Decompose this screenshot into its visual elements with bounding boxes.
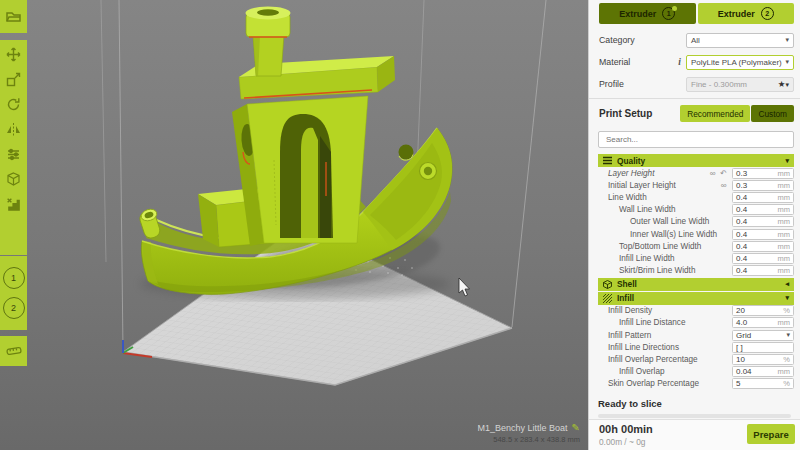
material-dropdown[interactable]: PolyLite PLA (Polymaker)▾ [686,55,794,70]
chevron-down-icon: ▾ [785,36,789,44]
edit-name-icon[interactable]: ✎ [572,422,580,433]
setting-row[interactable]: Infill Overlap 0.04mm [598,366,794,378]
material-usage: 0.00m / ~ 0g [599,437,645,447]
print-setup-title: Print Setup [599,108,680,119]
support-blocker-icon[interactable] [4,195,23,214]
section-header-quality[interactable]: Quality ▾ [598,154,794,167]
status-text: Ready to slice [598,398,791,409]
link-icon[interactable]: ∞ [718,181,729,190]
tab-extruder-1[interactable]: Extruder 1 [599,3,696,24]
prepare-button[interactable]: Prepare [747,424,795,444]
setting-value-box[interactable]: 0.4mm [732,216,794,227]
hamburger-icon [603,156,612,165]
setting-row[interactable]: Line Width 0.4mm [598,191,794,203]
chevron-down-icon: ▾ [785,294,789,302]
setting-value-box[interactable]: 0.4mm [732,241,794,252]
mesh-type-icon[interactable] [4,170,23,189]
star-icon: ★▾ [778,79,789,89]
per-model-settings-icon[interactable] [4,145,23,164]
profile-row: Profile Fine - 0.300mm ★▾ [599,73,794,95]
setting-value-box[interactable]: 0.4mm [732,229,794,240]
rotate-tool-icon[interactable] [4,95,23,114]
shell-icon [603,280,612,289]
scale-tool-icon[interactable] [4,70,23,89]
setting-row[interactable]: Infill Pattern Grid▾ [598,329,794,341]
print-time: 00h 00min [599,423,653,435]
measure-tool-icon[interactable] [4,342,23,361]
custom-button[interactable]: Custom [751,105,794,122]
viewport-3d[interactable]: 1 2 M1_Benchy Little Boat✎ 548.5 x 283.4… [0,0,588,450]
print-setup-mode-switch: Recommended Custom [680,105,794,122]
move-tool-icon[interactable] [4,45,23,64]
infill-icon [603,294,612,303]
profile-dropdown[interactable]: Fine - 0.300mm ★▾ [686,77,794,92]
app-window: 1 2 M1_Benchy Little Boat✎ 548.5 x 283.4… [0,0,800,450]
tab-extruder-2[interactable]: Extruder 2 [698,3,795,24]
setting-row[interactable]: Infill Line Distance 4.0mm [598,317,794,329]
setting-row[interactable]: Top/Bottom Line Width 0.4mm [598,240,794,252]
progress-bar [598,414,791,418]
link-icon[interactable]: ∞ [707,169,718,178]
search-input[interactable] [604,134,788,145]
category-row: Category All▾ [599,29,794,51]
material-color-dot [672,6,677,11]
setting-value-box[interactable]: 10% [732,354,794,365]
model-dimensions: 548.5 x 283.4 x 438.8 mm [478,435,580,444]
setting-value-box[interactable]: 0.04mm [732,366,794,377]
setting-row[interactable]: Wall Line Width 0.4mm [598,204,794,216]
material-row: Material i PolyLite PLA (Polymaker)▾ [599,51,794,73]
setting-value-box[interactable]: 0.4mm [732,253,794,264]
setting-value-box[interactable]: 0.3mm [732,168,794,179]
setting-row[interactable]: Infill Density 20% [598,305,794,317]
setting-row[interactable]: Skin Overlap Percentage 5% [598,378,794,390]
setting-row[interactable]: Infill Overlap Percentage 10% [598,353,794,365]
setting-value-box[interactable]: [ ] [732,342,794,353]
setting-value-box[interactable]: 0.4mm [732,192,794,203]
scene-canvas [0,0,588,450]
setting-row[interactable]: Infill Line Width 0.4mm [598,252,794,264]
settings-panel: Extruder 1 Extruder 2 Category All▾ Mate… [588,0,800,450]
chevron-down-icon: ▾ [786,331,790,339]
setting-value-box[interactable]: 0.3mm [732,180,794,191]
settings-list: Quality ▾ Layer Height ∞ ↶ 0.3mm Initial… [598,154,794,390]
search-box [598,131,794,148]
setting-value-box[interactable]: 4.0mm [732,317,794,328]
setting-value-box[interactable]: 0.4mm [732,204,794,215]
extruder-1-button[interactable]: 1 [3,267,25,289]
setting-row[interactable]: Initial Layer Height ∞ 0.3mm [598,179,794,191]
material-config: Category All▾ Material i PolyLite PLA (P… [589,28,800,95]
open-file-icon[interactable] [4,7,23,26]
infill-pattern-dropdown[interactable]: Grid▾ [732,330,794,341]
setting-row[interactable]: Skirt/Brim Line Width 0.4mm [598,265,794,277]
recommended-button[interactable]: Recommended [680,105,750,122]
setting-row[interactable]: Infill Line Directions [ ] [598,341,794,353]
setting-row[interactable]: Inner Wall(s) Line Width 0.4mm [598,228,794,240]
toolbar-tools-group [0,40,27,255]
extruder-2-button[interactable]: 2 [3,297,25,319]
setting-row[interactable]: Outer Wall Line Width 0.4mm [598,216,794,228]
mirror-tool-icon[interactable] [4,120,23,139]
section-header-shell[interactable]: Shell ◂ [598,278,794,291]
setting-value-box[interactable]: 20% [732,305,794,316]
setting-value-box[interactable]: 0.4mm [732,265,794,276]
model-name[interactable]: M1_Benchy Little Boat✎ [478,422,580,433]
extruder-2-badge: 2 [761,7,774,20]
extruder-tabs: Extruder 1 Extruder 2 [589,0,800,28]
section-header-infill[interactable]: Infill ▾ [598,292,794,305]
info-icon[interactable]: i [678,57,681,67]
chevron-left-icon: ◂ [785,280,789,288]
model-info: M1_Benchy Little Boat✎ 548.5 x 283.4 x 4… [478,422,580,444]
slice-summary: 00h 00min 0.00m / ~ 0g Prepare [589,419,800,450]
print-setup-row: Print Setup Recommended Custom [589,99,800,126]
toolbar-measure-group [0,336,27,366]
setting-value-box[interactable]: 5% [732,378,794,389]
toolbar-extruder-group: 1 2 [0,256,27,330]
chevron-down-icon: ▾ [785,58,789,66]
chevron-down-icon: ▾ [785,157,789,165]
revert-icon[interactable]: ↶ [718,169,729,178]
category-dropdown[interactable]: All▾ [686,33,794,48]
setting-row[interactable]: Layer Height ∞ ↶ 0.3mm [598,167,794,179]
toolbar-file-group [0,0,27,33]
extruder-1-badge: 1 [662,7,675,20]
